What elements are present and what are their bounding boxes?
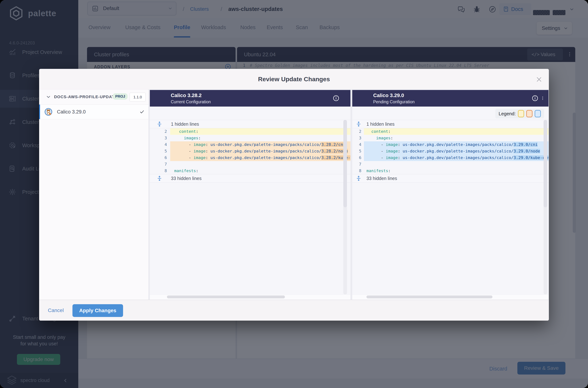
- hidden-lines-label: 1 hidden lines: [171, 121, 199, 127]
- line-code: [170, 161, 350, 168]
- modal-title: Review Update Changes: [39, 69, 549, 89]
- current-pane-header: Calico 3.28.2 Current Configuration: [150, 90, 350, 107]
- line-code: - image: us-docker.pkg.dev/palette-image…: [364, 154, 548, 161]
- hidden-lines-expander[interactable]: 1 hidden lines: [150, 120, 350, 128]
- hidden-lines-expander[interactable]: 33 hidden lines: [150, 174, 350, 183]
- diff-line: 7: [352, 161, 548, 168]
- line-number: 2: [352, 128, 364, 135]
- diff-line: 2 content:: [352, 128, 548, 135]
- line-code: - image: us-docker.pkg.dev/palette-image…: [170, 148, 350, 154]
- line-number: 3: [150, 135, 170, 141]
- hidden-lines-label: 1 hidden lines: [366, 121, 394, 127]
- vertical-scrollbar[interactable]: [543, 120, 547, 294]
- line-code: - image: us-docker.pkg.dev/palette-image…: [364, 141, 548, 148]
- unfold-icon[interactable]: [157, 121, 162, 127]
- line-code: images:: [170, 135, 350, 141]
- line-number: 3: [352, 135, 364, 141]
- pending-pane-header: Calico 3.29.0 Pending Configuration: [352, 90, 548, 107]
- line-code: images:: [364, 135, 548, 141]
- line-number: 4: [150, 141, 170, 148]
- legend-label: Legend:: [499, 111, 516, 117]
- diff-line: 8manifests:: [352, 168, 548, 174]
- apply-changes-button[interactable]: Apply Changes: [72, 304, 123, 317]
- diff-line: 2 content:: [150, 128, 350, 135]
- diff-line: 5 - image: us-docker.pkg.dev/palette-ima…: [352, 148, 548, 154]
- vertical-scrollbar[interactable]: [343, 120, 347, 294]
- line-number: 5: [150, 148, 170, 154]
- diff-area: Calico 3.28.2 Current Configuration 1 hi…: [148, 89, 549, 300]
- line-code: - image: us-docker.pkg.dev/palette-image…: [364, 148, 548, 154]
- profile-list-panel: DOCS-AWS-PROFILE-UPDATES PROJ 1.1.0 Cali…: [39, 89, 149, 300]
- profile-scope-badge: PROJ: [113, 93, 128, 100]
- hidden-lines-expander[interactable]: 1 hidden lines: [352, 120, 548, 128]
- diff-line: 5 - image: us-docker.pkg.dev/palette-ima…: [150, 148, 350, 154]
- line-code: content:: [364, 128, 548, 135]
- diff-line: 3 images:: [150, 135, 350, 141]
- diff-line: 8manifests:: [150, 168, 350, 174]
- horizontal-scrollbar[interactable]: [150, 294, 350, 300]
- line-code: - image: us-docker.pkg.dev/palette-image…: [170, 141, 350, 148]
- line-code: - image: us-docker.pkg.dev/palette-image…: [170, 154, 350, 161]
- calico-pack-logo: [45, 108, 52, 116]
- profile-name: DOCS-AWS-PROFILE-UPDATES: [54, 89, 120, 104]
- line-code: content:: [170, 128, 350, 135]
- legend: Legend:: [495, 109, 544, 118]
- app-window: palette 4.6.0-241203 Project OverviewPro…: [0, 0, 588, 388]
- review-update-changes-modal: Review Update Changes DOCS-AWS-PROFILE-U…: [39, 69, 549, 321]
- line-number: 8: [150, 168, 170, 174]
- diff-pane-current: Calico 3.28.2 Current Configuration 1 hi…: [150, 90, 350, 300]
- unfold-icon[interactable]: [356, 176, 361, 181]
- pack-name: Calico 3.29.0: [57, 105, 86, 119]
- line-code: manifests:: [364, 168, 548, 174]
- diff-line: 7: [150, 161, 350, 168]
- line-number: 5: [352, 148, 364, 154]
- legend-added-swatch: [535, 110, 541, 117]
- active-indicator: [39, 105, 40, 119]
- modal-footer: Cancel Apply Changes: [39, 300, 549, 321]
- hidden-lines-expander[interactable]: 33 hidden lines: [352, 174, 548, 183]
- diff-line: 6 - image: us-docker.pkg.dev/palette-ima…: [352, 154, 548, 161]
- unfold-icon[interactable]: [157, 176, 162, 181]
- check-icon: [140, 109, 144, 114]
- profile-version[interactable]: 1.1.0: [130, 93, 146, 101]
- line-number: 7: [150, 161, 170, 168]
- cancel-button[interactable]: Cancel: [48, 300, 64, 321]
- hidden-lines-label: 33 hidden lines: [366, 176, 397, 181]
- info-icon[interactable]: [532, 95, 539, 102]
- line-number: 6: [352, 154, 364, 161]
- line-code: [364, 161, 548, 168]
- line-number: 8: [352, 168, 364, 174]
- line-number: 4: [352, 141, 364, 148]
- legend-modified-swatch: [518, 110, 524, 117]
- diff-line: 3 images:: [352, 135, 548, 141]
- unfold-icon[interactable]: [356, 121, 361, 127]
- info-icon[interactable]: [333, 95, 339, 102]
- line-number: 6: [150, 154, 170, 161]
- kebab-menu-icon[interactable]: [541, 95, 545, 102]
- close-icon[interactable]: [536, 76, 542, 83]
- line-number: 7: [352, 161, 364, 168]
- diff-pane-pending: Calico 3.29.0 Pending Configuration Lege…: [352, 90, 548, 300]
- line-number: 2: [150, 128, 170, 135]
- hidden-lines-label: 33 hidden lines: [171, 176, 202, 181]
- diff-line: 4 - image: us-docker.pkg.dev/palette-ima…: [352, 141, 548, 148]
- pack-list-item-calico[interactable]: Calico 3.29.0: [39, 105, 148, 119]
- diff-line: 6 - image: us-docker.pkg.dev/palette-ima…: [150, 154, 350, 161]
- chevron-down-icon: [46, 94, 51, 100]
- legend-removed-swatch: [526, 110, 532, 117]
- horizontal-scrollbar[interactable]: [352, 294, 548, 300]
- diff-line: 4 - image: us-docker.pkg.dev/palette-ima…: [150, 141, 350, 148]
- profile-header-row[interactable]: DOCS-AWS-PROFILE-UPDATES PROJ 1.1.0: [39, 89, 148, 105]
- line-code: manifests:: [170, 168, 350, 174]
